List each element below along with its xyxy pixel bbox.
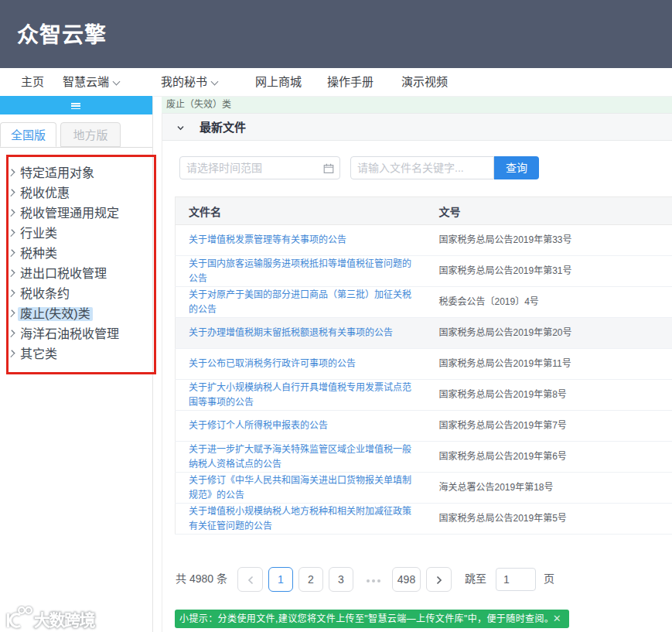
svg-text:大数跨境: 大数跨境: [34, 611, 95, 629]
